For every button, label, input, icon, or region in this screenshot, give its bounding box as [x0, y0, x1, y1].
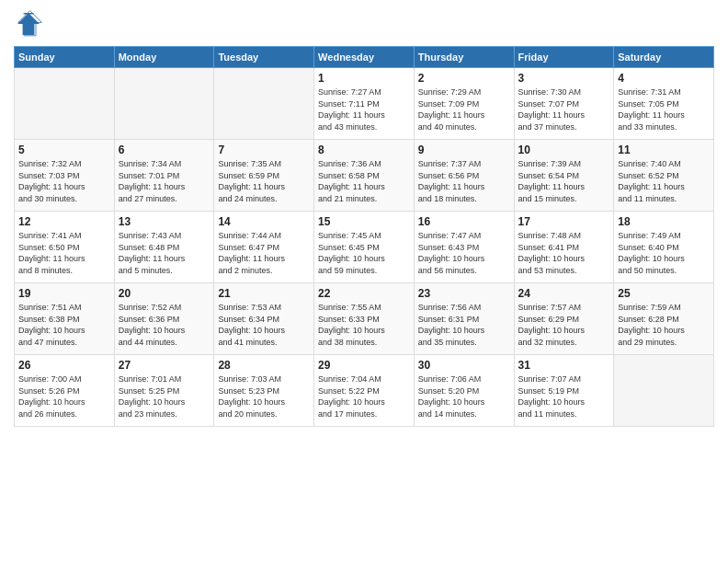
- day-number: 1: [318, 72, 410, 85]
- header-cell-thursday: Thursday: [414, 47, 514, 68]
- calendar-week-4: 26Sunrise: 7:00 AM Sunset: 5:26 PM Dayli…: [15, 355, 714, 427]
- day-number: 29: [318, 359, 410, 372]
- day-number: 2: [418, 72, 510, 85]
- day-number: 27: [119, 359, 210, 372]
- day-number: 10: [518, 144, 610, 156]
- calendar-cell: [114, 68, 214, 140]
- calendar-cell: 3Sunrise: 7:30 AM Sunset: 7:07 PM Daylig…: [514, 68, 614, 140]
- calendar-cell: 19Sunrise: 7:51 AM Sunset: 6:38 PM Dayli…: [15, 283, 115, 355]
- day-number: 25: [618, 287, 710, 300]
- calendar-week-3: 19Sunrise: 7:51 AM Sunset: 6:38 PM Dayli…: [15, 283, 714, 355]
- calendar-cell: 18Sunrise: 7:49 AM Sunset: 6:40 PM Dayli…: [614, 212, 714, 283]
- day-number: 30: [418, 359, 510, 372]
- day-number: 5: [18, 144, 110, 156]
- day-info: Sunrise: 7:41 AM Sunset: 6:50 PM Dayligh…: [18, 230, 110, 276]
- calendar-cell: 22Sunrise: 7:55 AM Sunset: 6:33 PM Dayli…: [314, 283, 415, 355]
- day-info: Sunrise: 7:31 AM Sunset: 7:05 PM Dayligh…: [618, 86, 710, 132]
- day-number: 3: [518, 72, 610, 85]
- header-cell-sunday: Sunday: [15, 47, 115, 68]
- calendar-table: SundayMondayTuesdayWednesdayThursdayFrid…: [14, 46, 714, 427]
- day-info: Sunrise: 7:30 AM Sunset: 7:07 PM Dayligh…: [518, 86, 610, 132]
- day-info: Sunrise: 7:48 AM Sunset: 6:41 PM Dayligh…: [518, 230, 610, 276]
- day-number: 12: [18, 215, 110, 228]
- calendar-cell: 15Sunrise: 7:45 AM Sunset: 6:45 PM Dayli…: [314, 212, 415, 283]
- day-info: Sunrise: 7:39 AM Sunset: 6:54 PM Dayligh…: [518, 158, 610, 204]
- calendar-week-0: 1Sunrise: 7:27 AM Sunset: 7:11 PM Daylig…: [15, 68, 714, 140]
- calendar-cell: 21Sunrise: 7:53 AM Sunset: 6:34 PM Dayli…: [214, 283, 314, 355]
- day-info: Sunrise: 7:37 AM Sunset: 6:56 PM Dayligh…: [418, 158, 510, 204]
- calendar-cell: 7Sunrise: 7:35 AM Sunset: 6:59 PM Daylig…: [214, 140, 314, 212]
- day-info: Sunrise: 7:40 AM Sunset: 6:52 PM Dayligh…: [618, 158, 710, 204]
- calendar-cell: 25Sunrise: 7:59 AM Sunset: 6:28 PM Dayli…: [614, 283, 714, 355]
- day-number: 19: [18, 287, 110, 300]
- day-number: 8: [318, 144, 410, 156]
- day-number: 15: [318, 215, 410, 228]
- day-info: Sunrise: 7:51 AM Sunset: 6:38 PM Dayligh…: [18, 302, 110, 348]
- day-info: Sunrise: 7:56 AM Sunset: 6:31 PM Dayligh…: [418, 302, 510, 348]
- day-info: Sunrise: 7:29 AM Sunset: 7:09 PM Dayligh…: [418, 86, 510, 132]
- calendar-cell: 6Sunrise: 7:34 AM Sunset: 7:01 PM Daylig…: [114, 140, 214, 212]
- day-number: 16: [418, 215, 510, 228]
- header-cell-friday: Friday: [514, 47, 614, 68]
- calendar-cell: 26Sunrise: 7:00 AM Sunset: 5:26 PM Dayli…: [15, 355, 115, 427]
- calendar-cell: 27Sunrise: 7:01 AM Sunset: 5:25 PM Dayli…: [114, 355, 214, 427]
- page-header: [14, 9, 714, 39]
- calendar-cell: [15, 68, 115, 140]
- day-info: Sunrise: 7:44 AM Sunset: 6:47 PM Dayligh…: [218, 230, 310, 276]
- header-row: SundayMondayTuesdayWednesdayThursdayFrid…: [15, 47, 714, 68]
- calendar-cell: 10Sunrise: 7:39 AM Sunset: 6:54 PM Dayli…: [514, 140, 614, 212]
- day-info: Sunrise: 7:36 AM Sunset: 6:58 PM Dayligh…: [318, 158, 410, 204]
- calendar-week-2: 12Sunrise: 7:41 AM Sunset: 6:50 PM Dayli…: [15, 212, 714, 283]
- calendar-cell: 17Sunrise: 7:48 AM Sunset: 6:41 PM Dayli…: [514, 212, 614, 283]
- calendar-cell: 24Sunrise: 7:57 AM Sunset: 6:29 PM Dayli…: [514, 283, 614, 355]
- day-info: Sunrise: 7:07 AM Sunset: 5:19 PM Dayligh…: [518, 373, 610, 419]
- calendar-cell: [214, 68, 314, 140]
- header-cell-tuesday: Tuesday: [214, 47, 314, 68]
- calendar-cell: 16Sunrise: 7:47 AM Sunset: 6:43 PM Dayli…: [414, 212, 514, 283]
- day-number: 24: [518, 287, 610, 300]
- day-number: 14: [218, 215, 310, 228]
- day-info: Sunrise: 7:06 AM Sunset: 5:20 PM Dayligh…: [418, 373, 510, 419]
- day-info: Sunrise: 7:55 AM Sunset: 6:33 PM Dayligh…: [318, 302, 410, 348]
- day-number: 21: [218, 287, 310, 300]
- calendar-cell: 5Sunrise: 7:32 AM Sunset: 7:03 PM Daylig…: [15, 140, 115, 212]
- day-info: Sunrise: 7:32 AM Sunset: 7:03 PM Dayligh…: [18, 158, 110, 204]
- calendar-cell: 8Sunrise: 7:36 AM Sunset: 6:58 PM Daylig…: [314, 140, 415, 212]
- calendar-header: SundayMondayTuesdayWednesdayThursdayFrid…: [15, 47, 714, 68]
- calendar-cell: 12Sunrise: 7:41 AM Sunset: 6:50 PM Dayli…: [15, 212, 115, 283]
- calendar-cell: 30Sunrise: 7:06 AM Sunset: 5:20 PM Dayli…: [414, 355, 514, 427]
- header-cell-monday: Monday: [114, 47, 214, 68]
- day-info: Sunrise: 7:43 AM Sunset: 6:48 PM Dayligh…: [119, 230, 210, 276]
- day-info: Sunrise: 7:27 AM Sunset: 7:11 PM Dayligh…: [318, 86, 410, 132]
- calendar-cell: 4Sunrise: 7:31 AM Sunset: 7:05 PM Daylig…: [614, 68, 714, 140]
- calendar-week-1: 5Sunrise: 7:32 AM Sunset: 7:03 PM Daylig…: [15, 140, 714, 212]
- day-number: 9: [418, 144, 510, 156]
- day-info: Sunrise: 7:04 AM Sunset: 5:22 PM Dayligh…: [318, 373, 410, 419]
- calendar-cell: 29Sunrise: 7:04 AM Sunset: 5:22 PM Dayli…: [314, 355, 415, 427]
- day-info: Sunrise: 7:47 AM Sunset: 6:43 PM Dayligh…: [418, 230, 510, 276]
- calendar-cell: [614, 355, 714, 427]
- day-info: Sunrise: 7:52 AM Sunset: 6:36 PM Dayligh…: [119, 302, 210, 348]
- header-cell-saturday: Saturday: [614, 47, 714, 68]
- day-number: 11: [618, 144, 710, 156]
- calendar-body: 1Sunrise: 7:27 AM Sunset: 7:11 PM Daylig…: [15, 68, 714, 427]
- day-number: 13: [119, 215, 210, 228]
- calendar-cell: 1Sunrise: 7:27 AM Sunset: 7:11 PM Daylig…: [314, 68, 415, 140]
- day-info: Sunrise: 7:49 AM Sunset: 6:40 PM Dayligh…: [618, 230, 710, 276]
- day-number: 28: [218, 359, 310, 372]
- day-number: 31: [518, 359, 610, 372]
- day-info: Sunrise: 7:59 AM Sunset: 6:28 PM Dayligh…: [618, 302, 710, 348]
- day-info: Sunrise: 7:35 AM Sunset: 6:59 PM Dayligh…: [218, 158, 310, 204]
- calendar-cell: 14Sunrise: 7:44 AM Sunset: 6:47 PM Dayli…: [214, 212, 314, 283]
- day-info: Sunrise: 7:57 AM Sunset: 6:29 PM Dayligh…: [518, 302, 610, 348]
- day-info: Sunrise: 7:00 AM Sunset: 5:26 PM Dayligh…: [18, 373, 110, 419]
- day-info: Sunrise: 7:03 AM Sunset: 5:23 PM Dayligh…: [218, 373, 310, 419]
- calendar-cell: 2Sunrise: 7:29 AM Sunset: 7:09 PM Daylig…: [414, 68, 514, 140]
- calendar-cell: 9Sunrise: 7:37 AM Sunset: 6:56 PM Daylig…: [414, 140, 514, 212]
- day-number: 20: [119, 287, 210, 300]
- day-number: 7: [218, 144, 310, 156]
- day-number: 4: [618, 72, 710, 85]
- page-container: SundayMondayTuesdayWednesdayThursdayFrid…: [0, 0, 728, 436]
- day-number: 18: [618, 215, 710, 228]
- calendar-cell: 31Sunrise: 7:07 AM Sunset: 5:19 PM Dayli…: [514, 355, 614, 427]
